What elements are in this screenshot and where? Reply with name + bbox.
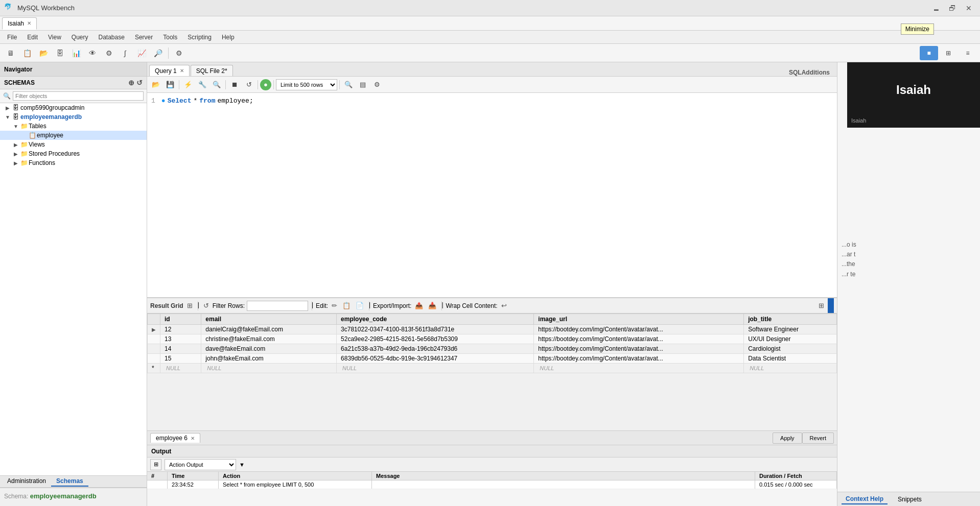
toolbar-new-schema[interactable]: 🗄	[52, 46, 67, 60]
sql-tab-query1[interactable]: Query 1 ✕	[149, 65, 190, 76]
tree-item-comp5990[interactable]: ▶ 🗄 comp5990groupcadmin	[0, 103, 147, 112]
tree-item-stored-procedures[interactable]: ▶ 📁 Stored Procedures	[0, 149, 147, 158]
toolbar-performance[interactable]: 📈	[134, 46, 149, 60]
edit-paste-icon[interactable]: 📄	[354, 301, 365, 310]
ed-green-btn[interactable]: ●	[260, 79, 271, 90]
schemas-tab[interactable]: Schemas	[51, 476, 88, 487]
context-help-tab[interactable]: Context Help	[842, 494, 888, 504]
toolbar-schema-switch-2[interactable]: ⊞	[939, 46, 958, 60]
toolbar-new-procedure[interactable]: ⚙	[101, 46, 116, 60]
action-output-select[interactable]: Action Output	[165, 459, 236, 470]
table-row-null[interactable]: * NULL NULL NULL NULL NULL	[148, 364, 837, 373]
ed-stop[interactable]: ⏹	[228, 79, 241, 91]
tree-item-employee[interactable]: 📋 employee	[0, 131, 147, 140]
tree-item-employeedb[interactable]: ▼ 🗄 employeemanagerdb	[0, 112, 147, 122]
table-row[interactable]: 14 dave@fakeEmail.com 6a21c538-a37b-49d2…	[148, 344, 837, 354]
toolbar-separator-1	[168, 47, 169, 59]
th-job-title: job_title	[744, 314, 837, 325]
limit-select[interactable]: Limit to 500 rows Limit to 200 rows Limi…	[276, 79, 337, 90]
menu-tools[interactable]: Tools	[158, 33, 182, 42]
cell-email: danielCraig@fakeEmail.com	[201, 325, 337, 334]
main-toolbar: 🖥 📋 📂 🗄 📊 👁 ⚙ ∫ 📈 🔎 ⚙ ■ ⊞ ≡	[0, 44, 980, 62]
ed-execute-selection[interactable]: 🔧	[196, 79, 209, 91]
menu-scripting[interactable]: Scripting	[182, 33, 217, 42]
isaiah-small-label: Isaiah	[851, 117, 866, 124]
tree-item-views[interactable]: ▶ 📁 Views	[0, 140, 147, 149]
schema-refresh-icon[interactable]: ↺	[136, 79, 143, 87]
table-row[interactable]: 13 christine@fakeEmail.com 52ca9ee2-2985…	[148, 334, 837, 344]
ed-reconnect[interactable]: ↺	[242, 79, 255, 91]
sql-tab-sqlfile2-label: SQL File 2*	[196, 67, 227, 75]
window-controls: 🗕 🗗 ✕	[929, 2, 976, 14]
menu-edit[interactable]: Edit	[22, 33, 43, 42]
result-refresh-icon[interactable]: ↺	[202, 301, 211, 310]
output-dropdown-arrow: ▼	[239, 462, 245, 468]
toolbar-new-function[interactable]: ∫	[118, 46, 133, 60]
toolbar-schema-switch-1[interactable]: ■	[920, 46, 938, 60]
table-row[interactable]: 15 john@fakeEmail.com 6839db56-0525-4dbc…	[148, 354, 837, 364]
main-tab-close[interactable]: ✕	[27, 20, 31, 26]
cell-email: john@fakeEmail.com	[201, 354, 337, 364]
output-grid-icon[interactable]: ⊞	[150, 459, 161, 470]
toolbar-new-connection[interactable]: 🖥	[3, 46, 18, 60]
toolbar-manage-connections[interactable]: 📋	[19, 46, 35, 60]
filter-rows-input[interactable]	[247, 301, 308, 311]
sql-tab-sqlfile2[interactable]: SQL File 2*	[191, 65, 233, 76]
toolbar-schema-switch-3[interactable]: ≡	[959, 46, 977, 60]
menu-query[interactable]: Query	[66, 33, 94, 42]
ed-find[interactable]: 🔍	[210, 79, 223, 91]
result-grid-icon[interactable]: ⊞	[185, 301, 194, 310]
ed-save[interactable]: 💾	[164, 79, 177, 91]
tree-item-functions[interactable]: ▶ 📁 Functions	[0, 158, 147, 167]
cell-image: https://bootdey.com/img/Content/avatar/a…	[534, 325, 744, 334]
menu-help[interactable]: Help	[217, 33, 240, 42]
administration-tab[interactable]: Administration	[2, 476, 51, 487]
sql-tab-query1-close[interactable]: ✕	[180, 68, 184, 74]
th-employee-code: employee_code	[337, 314, 534, 325]
snippets-tab[interactable]: Snippets	[894, 495, 926, 504]
wrap-icon[interactable]: ↩	[500, 301, 508, 310]
ed-sep-1	[179, 80, 179, 89]
tree-icon-tables: 📁	[19, 123, 29, 130]
filter-input[interactable]	[13, 91, 144, 101]
output-row-1: 23:34:52 Select * from employee LIMIT 0,…	[147, 480, 837, 489]
revert-button[interactable]: Revert	[802, 432, 834, 444]
ed-config[interactable]: ⚙	[370, 79, 384, 91]
tree-item-tables[interactable]: ▼ 📁 Tables	[0, 122, 147, 131]
table-row[interactable]: ▶ 12 danielCraig@fakeEmail.com 3c781022-…	[148, 325, 837, 334]
edit-copy-icon[interactable]: 📋	[341, 301, 352, 310]
employee-tab-close[interactable]: ✕	[191, 436, 195, 441]
result-sep-1: |	[198, 301, 198, 310]
close-button[interactable]: ✕	[962, 2, 976, 14]
menu-view[interactable]: View	[43, 33, 66, 42]
toolbar-new-table[interactable]: 📊	[68, 46, 84, 60]
cell-code: 3c781022-0347-4100-813f-561f3a8d731e	[337, 325, 534, 334]
row-arrow	[148, 344, 160, 354]
execute-dot: ●	[161, 97, 166, 105]
main-tab-isaiah[interactable]: Isaiah ✕	[2, 17, 37, 30]
tree-arrow-views: ▶	[12, 142, 19, 148]
toolbar-new-view[interactable]: 👁	[85, 46, 100, 60]
toolbar-open-sql[interactable]: 📂	[36, 46, 51, 60]
ed-open-folder[interactable]: 📂	[149, 79, 162, 91]
schema-add-icon[interactable]: ⊕	[128, 79, 134, 87]
menu-server[interactable]: Server	[130, 33, 158, 42]
import-icon[interactable]: 📥	[427, 301, 438, 310]
minimize-tooltip: Minimize	[901, 23, 934, 35]
maximize-button[interactable]: 🗗	[945, 2, 960, 14]
employee-tab[interactable]: employee 6 ✕	[150, 433, 200, 443]
edit-pencil-icon[interactable]: ✏	[330, 301, 339, 310]
ed-execute[interactable]: ⚡	[181, 79, 195, 91]
tree-label-stored-procedures: Stored Procedures	[29, 150, 145, 157]
menu-file[interactable]: File	[2, 33, 22, 42]
ed-format[interactable]: ▤	[356, 79, 369, 91]
export-icon[interactable]: 📤	[413, 301, 425, 310]
minimize-button[interactable]: 🗕	[929, 2, 943, 14]
toolbar-settings[interactable]: ⚙	[171, 46, 186, 60]
sql-editor[interactable]: 1 ● Select * from employee;	[147, 93, 837, 298]
apply-button[interactable]: Apply	[773, 432, 802, 444]
result-expand-icon[interactable]: ⊞	[817, 301, 826, 310]
toolbar-inspect[interactable]: 🔎	[150, 46, 166, 60]
ed-magnify[interactable]: 🔍	[342, 79, 355, 91]
menu-database[interactable]: Database	[94, 33, 130, 42]
